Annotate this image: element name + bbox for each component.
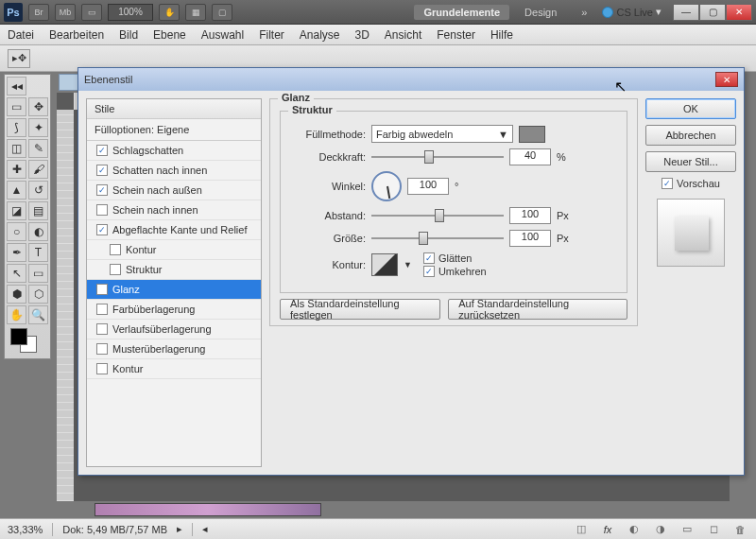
- menu-3d[interactable]: 3D: [355, 28, 369, 42]
- menu-ansicht[interactable]: Ansicht: [385, 28, 421, 42]
- style-item-6[interactable]: Struktur: [87, 260, 261, 280]
- style-checkbox[interactable]: ✓: [96, 284, 108, 295]
- dodge-tool[interactable]: ◐: [28, 222, 48, 241]
- style-checkbox[interactable]: [96, 323, 108, 335]
- distance-input[interactable]: 100: [509, 207, 551, 224]
- camera-tool[interactable]: ⬡: [28, 285, 48, 304]
- angle-dial[interactable]: [371, 171, 402, 201]
- color-swatches[interactable]: [9, 328, 46, 353]
- stamp-tool[interactable]: ▲: [7, 181, 26, 200]
- menu-auswahl[interactable]: Auswahl: [201, 28, 244, 42]
- zoom-tool[interactable]: 🔍: [28, 305, 48, 324]
- menu-analyse[interactable]: Analyse: [300, 28, 340, 42]
- style-checkbox[interactable]: ✓: [96, 145, 108, 156]
- blur-tool[interactable]: ○: [7, 222, 26, 241]
- style-item-8[interactable]: Farbüberlagerung: [87, 300, 261, 320]
- status-adjust-icon[interactable]: ◑: [652, 523, 669, 536]
- status-doc[interactable]: Dok: 5,49 MB/7,57 MB: [62, 524, 167, 535]
- maximize-button[interactable]: ▢: [699, 4, 726, 21]
- lasso-tool[interactable]: ⟆: [7, 118, 26, 137]
- smooth-checkbox[interactable]: ✓: [423, 252, 435, 264]
- status-trash-icon[interactable]: 🗑: [731, 523, 748, 536]
- menu-bild[interactable]: Bild: [119, 28, 138, 42]
- make-default-button[interactable]: Als Standardeinstellung festlegen: [280, 299, 440, 320]
- style-checkbox[interactable]: [96, 343, 108, 355]
- heal-tool[interactable]: ✚: [7, 160, 26, 179]
- bridge-btn[interactable]: Br: [28, 4, 49, 21]
- styles-header[interactable]: Stile: [87, 99, 261, 119]
- menu-bearbeiten[interactable]: Bearbeiten: [49, 28, 104, 42]
- workspace-more[interactable]: »: [572, 5, 596, 20]
- move-tool-icon[interactable]: ▸✥: [8, 49, 30, 68]
- contour-dropdown-icon[interactable]: ▼: [404, 260, 412, 270]
- minibridge-btn[interactable]: Mb: [55, 4, 76, 21]
- distance-slider[interactable]: [371, 208, 504, 223]
- toolbox-collapse[interactable]: ◂◂: [7, 77, 26, 96]
- layout-btn[interactable]: ▭: [81, 4, 102, 21]
- hand-tool[interactable]: ✋: [7, 305, 26, 324]
- eyedropper-tool[interactable]: ✎: [28, 139, 48, 158]
- status-fx-icon[interactable]: fx: [599, 523, 616, 536]
- style-item-5[interactable]: Kontur: [87, 240, 261, 260]
- screenmode-btn[interactable]: ▢: [212, 4, 232, 21]
- pen-tool[interactable]: ✒: [7, 243, 26, 262]
- zoom-level[interactable]: 100%: [108, 4, 153, 21]
- style-item-11[interactable]: Kontur: [87, 359, 261, 379]
- size-input[interactable]: 100: [509, 230, 551, 247]
- arrange-btn[interactable]: ▦: [185, 4, 206, 21]
- opacity-input[interactable]: 40: [509, 148, 551, 165]
- opacity-slider[interactable]: [371, 149, 504, 165]
- style-checkbox[interactable]: ✓: [96, 184, 108, 196]
- history-brush-tool[interactable]: ↺: [28, 181, 48, 200]
- style-checkbox[interactable]: [110, 244, 121, 255]
- type-tool[interactable]: T: [28, 243, 48, 262]
- style-checkbox[interactable]: [110, 264, 121, 275]
- size-slider[interactable]: [371, 231, 504, 246]
- angle-input[interactable]: 100: [407, 178, 449, 195]
- style-item-1[interactable]: ✓Schatten nach innen: [87, 161, 261, 181]
- style-item-7[interactable]: ✓Glanz: [87, 280, 261, 300]
- reset-default-button[interactable]: Auf Standardeinstellung zurücksetzen: [448, 299, 627, 320]
- status-new-icon[interactable]: ◻: [705, 523, 722, 536]
- style-item-4[interactable]: ✓Abgeflachte Kante und Relief: [87, 220, 261, 240]
- style-checkbox[interactable]: [96, 363, 108, 374]
- status-zoom[interactable]: 33,33%: [8, 524, 43, 535]
- marquee-tool[interactable]: ▭: [7, 97, 26, 116]
- status-folder-icon[interactable]: ▭: [679, 523, 696, 536]
- hand-btn[interactable]: ✋: [159, 4, 180, 21]
- style-checkbox[interactable]: ✓: [96, 165, 108, 176]
- ruler-vertical[interactable]: [57, 110, 74, 501]
- style-item-9[interactable]: Verlaufsüberlagerung: [87, 320, 261, 339]
- dialog-titlebar[interactable]: Ebenenstil ✕: [78, 68, 744, 91]
- status-scroll-left[interactable]: ◂: [202, 523, 208, 535]
- status-layers-icon[interactable]: ◫: [573, 523, 590, 536]
- menu-fenster[interactable]: Fenster: [437, 28, 475, 42]
- style-item-3[interactable]: Schein nach innen: [87, 200, 261, 220]
- blend-color-swatch[interactable]: [519, 126, 545, 143]
- new-style-button[interactable]: Neuer Stil...: [645, 151, 736, 172]
- menu-filter[interactable]: Filter: [259, 28, 284, 42]
- cancel-button[interactable]: Abbrechen: [645, 125, 736, 146]
- style-item-2[interactable]: ✓Schein nach außen: [87, 181, 261, 200]
- move-tool[interactable]: ✥: [28, 97, 48, 116]
- style-item-10[interactable]: Musterüberlagerung: [87, 339, 261, 359]
- invert-checkbox[interactable]: ✓: [423, 266, 435, 277]
- status-mask-icon[interactable]: ◐: [626, 523, 643, 536]
- minimize-button[interactable]: —: [673, 4, 699, 21]
- style-checkbox[interactable]: ✓: [96, 224, 108, 235]
- menu-datei[interactable]: Datei: [8, 28, 34, 42]
- close-button[interactable]: ✕: [726, 4, 752, 21]
- style-checkbox[interactable]: [96, 304, 108, 315]
- wand-tool[interactable]: ✦: [28, 118, 48, 137]
- workspace-grundelemente[interactable]: Grundelemente: [414, 5, 509, 20]
- contour-picker[interactable]: [371, 253, 398, 276]
- menu-hilfe[interactable]: Hilfe: [490, 28, 513, 42]
- workspace-design[interactable]: Design: [515, 5, 566, 20]
- gradient-tool[interactable]: ▤: [28, 201, 48, 220]
- status-arrow[interactable]: ▸: [177, 523, 182, 535]
- blend-mode-combo[interactable]: Farbig abwedeln▼: [371, 125, 513, 143]
- preview-checkbox[interactable]: ✓: [662, 178, 673, 189]
- path-tool[interactable]: ↖: [7, 264, 26, 283]
- crop-tool[interactable]: ◫: [7, 139, 26, 158]
- brush-tool[interactable]: 🖌: [28, 160, 48, 179]
